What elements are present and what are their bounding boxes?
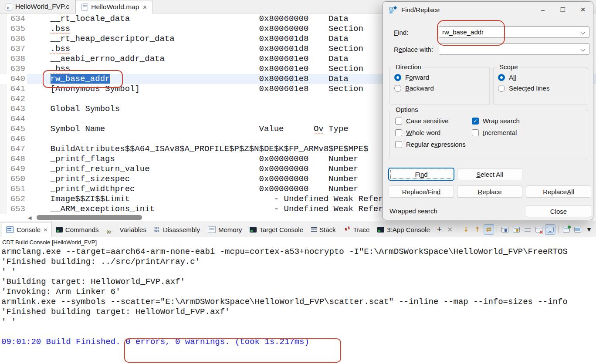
find-field: [439, 26, 589, 38]
find-button[interactable]: Find: [389, 168, 454, 180]
editor-line-text: __ARM_exceptions_init - Undefined Weak R…: [30, 204, 403, 214]
replace-button[interactable]: Replace: [457, 185, 522, 198]
console-line: 09:01:20 Build Finished. 0 errors, 0 war…: [1, 337, 596, 347]
terminate-icon[interactable]: ×: [445, 224, 455, 235]
editor-tab-helloworld-fvp-c[interactable]: HelloWorld_FVP.c: [0, 0, 75, 13]
console-tab-memory[interactable]: Memory: [204, 222, 246, 237]
close-icon[interactable]: ×: [44, 226, 47, 233]
checkbox-regular-e-x-pressions[interactable]: Regular expressions: [395, 141, 472, 148]
editor-line-text: Symbol Name Value Ov Type: [30, 124, 349, 134]
console-tabs: Console×CommandsVariablesDisassemblyMemo…: [2, 222, 434, 237]
console-tab-disassembly[interactable]: Disassembly: [150, 222, 204, 237]
console-tab-variables[interactable]: Variables: [103, 222, 150, 237]
checkbox-w-hole-word[interactable]: Whole word: [395, 129, 472, 136]
scroll-left-icon[interactable]: ◀: [28, 215, 31, 221]
find-input[interactable]: [439, 27, 580, 37]
editor-line-text: __rt_locale_data 0x80060000 Data: [30, 14, 349, 24]
tab-label: Trace: [353, 226, 370, 233]
select-all-button[interactable]: Select All: [457, 168, 522, 180]
find-replace-icon: [389, 6, 397, 13]
replace-find-button[interactable]: Replace/Find: [389, 185, 454, 198]
map-file-icon: [81, 3, 88, 11]
find-dropdown-icon[interactable]: [581, 30, 586, 35]
line-number: 645: [7, 124, 25, 134]
checkbox-icon: [472, 129, 479, 136]
toolbar-separator: [458, 226, 458, 233]
line-number: 644: [7, 114, 25, 124]
scroll-lock-icon[interactable]: [511, 224, 522, 235]
maximize-icon[interactable]: □: [553, 2, 573, 17]
previous-message-icon[interactable]: ↑: [472, 224, 483, 235]
editor-line-text: BuildAttributes$$A64_ISAv8$A_PROFILE$P$Z…: [30, 144, 368, 154]
line-number: 642: [7, 94, 25, 104]
save-console-icon[interactable]: [500, 224, 510, 235]
close-button[interactable]: Close: [526, 205, 591, 217]
console-tab-target-console[interactable]: Target Console: [246, 222, 307, 237]
line-number: 640: [7, 74, 25, 84]
direction-options: ForwardBackward: [394, 74, 487, 101]
editor-line-text: Global Symbols: [30, 104, 120, 114]
disassembly-icon: [154, 227, 160, 233]
replace-all-button[interactable]: Replace All: [526, 185, 591, 198]
squiggle-text: Ov: [314, 124, 324, 134]
minimize-icon[interactable]: –: [533, 2, 553, 17]
display-console-icon[interactable]: [572, 224, 583, 235]
tab-label: Stack: [319, 226, 336, 233]
line-number: 634: [7, 14, 25, 24]
checkbox-i-ncremental[interactable]: Incremental: [472, 129, 583, 136]
direction-legend: Direction: [393, 63, 423, 71]
checkbox-icon: [395, 118, 402, 125]
tab-label: Commands: [65, 226, 99, 233]
radio-icon: [394, 74, 401, 81]
trace-icon: [344, 227, 351, 233]
console-tab-trace[interactable]: Trace: [340, 222, 374, 237]
console-line: 'Finished building target: HelloWorld_FV…: [1, 307, 596, 317]
console-tab-3-app-console[interactable]: 3:App Console: [373, 222, 433, 237]
show-selected-console-icon[interactable]: [545, 224, 555, 235]
tab-label: HelloWorld.map: [91, 3, 139, 11]
toolbar-separator: [558, 226, 559, 233]
tab-label: Target Console: [259, 226, 303, 233]
console-tab-stack[interactable]: Stack: [307, 222, 340, 237]
console-output[interactable]: armclang.exe --target=aarch64-arm-none-e…: [1, 247, 596, 364]
show-console-on-change-icon[interactable]: ⇄: [484, 224, 494, 235]
squiggle-text: .bss: [51, 24, 71, 34]
options-group: Options Case sensitiveWrap searchWhole w…: [389, 110, 588, 159]
editor-tab-helloworld-map[interactable]: HelloWorld.map×: [75, 0, 153, 13]
close-icon[interactable]: ×: [143, 4, 147, 10]
find-replace-dialog: Find/Replace – □ × Find: Replace with: D…: [383, 1, 593, 220]
dialog-title-bar[interactable]: Find/Replace – □ ×: [383, 2, 593, 17]
clear-console-icon[interactable]: [534, 224, 544, 235]
next-message-icon[interactable]: ↓: [461, 224, 471, 235]
radio-f-o-rward[interactable]: Forward: [394, 74, 487, 81]
replace-field: [439, 43, 589, 55]
new-console-tab-button[interactable]: +: [434, 225, 445, 234]
editor-line-text: .bss 0x80060000 Section: [30, 24, 363, 34]
line-number: 639: [7, 64, 25, 74]
radio-a-ll[interactable]: All: [498, 74, 585, 81]
find-label: Find:: [394, 29, 408, 36]
radio-selec-t-ed-lines[interactable]: Selected lines: [498, 84, 585, 92]
arm-ds-window: HelloWorld_FVP.cHelloWorld.map× 634 __rt…: [0, 0, 596, 364]
replace-dropdown-icon[interactable]: [581, 47, 586, 52]
console-tab-bar: Console×CommandsVariablesDisassemblyMemo…: [0, 222, 596, 237]
checkbox-c-ase-sensitive[interactable]: Case sensitive: [395, 117, 472, 125]
scrollbar-thumb[interactable]: [37, 215, 142, 220]
console-tab-console[interactable]: Console×: [2, 222, 52, 237]
scope-group: Scope AllSelected lines: [493, 67, 588, 104]
console-menu-icon[interactable]: ▼: [584, 224, 594, 235]
memory-icon: [208, 226, 216, 233]
replace-input[interactable]: [439, 44, 580, 54]
pin-console-icon[interactable]: [561, 224, 572, 235]
close-icon[interactable]: ×: [573, 2, 593, 17]
word-wrap-icon[interactable]: [522, 224, 533, 235]
tab-label: Disassembly: [163, 226, 200, 233]
window-controls: – □ ×: [533, 2, 593, 17]
editor-line-text: _printf_flags 0x00000000 Number: [30, 154, 359, 164]
radio-icon: [498, 85, 505, 92]
console-tab-commands[interactable]: Commands: [52, 222, 103, 237]
squiggle-text: .bss: [51, 64, 71, 74]
radio-b-ackward[interactable]: Backward: [394, 84, 487, 92]
checkbox-wra-p-search[interactable]: Wrap search: [472, 117, 583, 125]
tab-label: Console: [17, 226, 41, 233]
